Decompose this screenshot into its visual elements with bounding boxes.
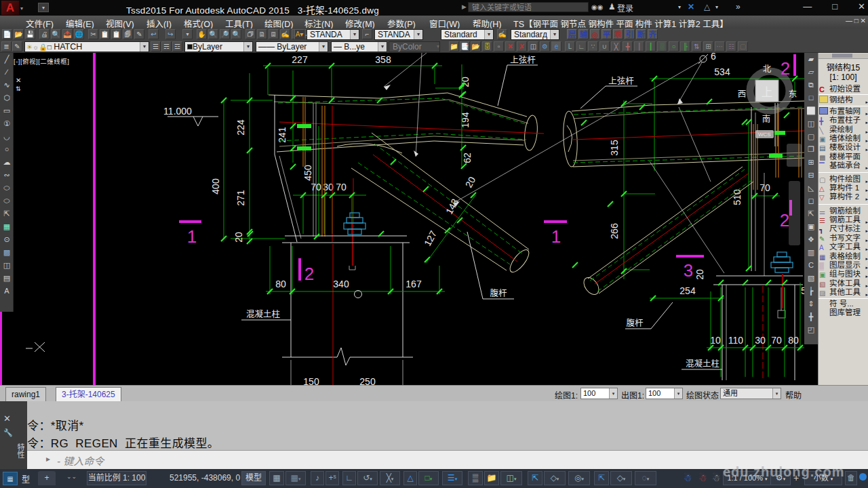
svg-text:1: 1 bbox=[187, 226, 197, 247]
svg-text:2: 2 bbox=[781, 58, 790, 79]
svg-text:上弦杆: 上弦杆 bbox=[608, 76, 634, 86]
svg-text:上: 上 bbox=[762, 86, 773, 99]
svg-text:340: 340 bbox=[333, 279, 349, 289]
svg-text:358: 358 bbox=[375, 54, 391, 65]
svg-text:WCS: WCS bbox=[758, 131, 771, 138]
svg-text:20: 20 bbox=[233, 232, 244, 243]
svg-text:30: 30 bbox=[755, 335, 766, 346]
svg-text:241: 241 bbox=[277, 127, 288, 143]
svg-text:150: 150 bbox=[303, 376, 319, 385]
svg-text:混凝土柱: 混凝土柱 bbox=[246, 309, 280, 319]
svg-text:70: 70 bbox=[336, 182, 347, 192]
svg-text:✕: ✕ bbox=[16, 77, 21, 84]
svg-text:1: 1 bbox=[551, 226, 561, 247]
svg-text:62: 62 bbox=[462, 152, 473, 163]
svg-text:80: 80 bbox=[275, 279, 286, 289]
svg-text:上弦杆: 上弦杆 bbox=[510, 55, 536, 65]
svg-text:2: 2 bbox=[780, 210, 789, 230]
svg-text:北: 北 bbox=[763, 64, 772, 74]
svg-text:194: 194 bbox=[460, 112, 471, 128]
svg-text:3: 3 bbox=[684, 260, 693, 281]
svg-text:110: 110 bbox=[728, 335, 744, 346]
svg-text:80: 80 bbox=[788, 335, 799, 346]
svg-text:20: 20 bbox=[463, 175, 478, 189]
svg-text:224: 224 bbox=[235, 119, 246, 136]
svg-text:271: 271 bbox=[235, 190, 246, 206]
svg-text:2: 2 bbox=[304, 264, 314, 284]
svg-text:11.000: 11.000 bbox=[163, 106, 192, 117]
svg-text:10: 10 bbox=[710, 335, 721, 346]
svg-text:127: 127 bbox=[422, 228, 439, 247]
svg-text:西: 西 bbox=[738, 89, 747, 99]
svg-text:266: 266 bbox=[609, 223, 620, 239]
svg-text:510: 510 bbox=[732, 189, 743, 205]
svg-text:254: 254 bbox=[679, 285, 696, 296]
svg-text:[-][俯视][二维线框]: [-][俯视][二维线框] bbox=[14, 58, 70, 65]
svg-text:227: 227 bbox=[292, 54, 308, 65]
svg-text:167: 167 bbox=[406, 279, 422, 289]
svg-text:⇅: ⇅ bbox=[16, 85, 21, 92]
svg-text:6: 6 bbox=[711, 53, 716, 62]
svg-text:70: 70 bbox=[771, 335, 782, 346]
svg-text:混凝土柱: 混凝土柱 bbox=[686, 359, 719, 369]
svg-text:东: 东 bbox=[789, 89, 797, 99]
svg-text:315: 315 bbox=[609, 140, 620, 156]
svg-text:70: 70 bbox=[760, 182, 770, 193]
svg-text:400: 400 bbox=[210, 178, 221, 195]
svg-text:腹杆: 腹杆 bbox=[490, 289, 507, 298]
svg-text:腹杆: 腹杆 bbox=[626, 319, 644, 328]
svg-text:20: 20 bbox=[694, 269, 705, 280]
svg-text:534: 534 bbox=[714, 66, 730, 77]
svg-text:南: 南 bbox=[762, 114, 771, 124]
svg-text:450: 450 bbox=[302, 165, 313, 181]
svg-text:250: 250 bbox=[359, 376, 376, 385]
svg-text:143: 143 bbox=[443, 197, 460, 216]
